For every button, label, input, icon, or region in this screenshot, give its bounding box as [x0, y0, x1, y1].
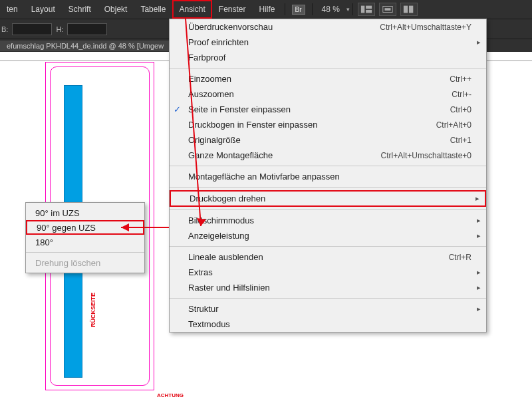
svg-rect-6: [409, 6, 413, 13]
width-field[interactable]: [12, 23, 52, 35]
check-icon: ✓: [174, 104, 181, 114]
menu-item-textmodus[interactable]: Textmodus: [170, 317, 486, 332]
menu-item-label: Anzeigeleistung: [188, 231, 249, 241]
druckbogen-drehen-submenu: 90° im UZS90° gegen UZS180°Drehung lösch…: [25, 202, 145, 273]
submenu-arrow-icon: ▸: [477, 38, 481, 47]
menu-item-bearbeiten-cut[interactable]: ten: [0, 0, 25, 19]
svg-rect-4: [384, 8, 390, 11]
bridge-button[interactable]: Br: [292, 5, 305, 15]
submenu-arrow-icon: ▸: [475, 194, 479, 203]
height-label: H:: [56, 25, 63, 33]
menu-item-hilfe[interactable]: Hilfe: [253, 0, 282, 19]
menu-item-struktur[interactable]: Struktur▸: [170, 301, 486, 317]
menu-item-label: Ganze Montagefläche: [188, 150, 273, 160]
submenu-item-label: 90° gegen UZS: [37, 223, 96, 233]
shortcut-label: Ctrl+-: [452, 90, 471, 99]
separator: [285, 3, 285, 15]
shortcut-label: Ctrl+Alt+Umschalttaste+Y: [380, 23, 471, 32]
menu-item-label: Bildschirmmodus: [188, 215, 254, 225]
submenu-arrow-icon: ▸: [477, 268, 481, 277]
submenu-item-label: 90° im UZS: [35, 208, 80, 218]
menu-item-label: Überdruckenvorschau: [188, 22, 273, 32]
submenu-item-drehung-l-schen: Drehung löschen: [26, 255, 144, 270]
menu-item-raster-und-hilfslinien[interactable]: Raster und Hilfslinien▸: [170, 280, 486, 295]
menu-item-label: Struktur: [188, 304, 219, 314]
submenu-item-label: Drehung löschen: [35, 258, 100, 268]
width-label: B:: [1, 25, 8, 33]
menu-item-label: Originalgröße: [188, 135, 241, 145]
submenu-item-label: 180°: [35, 237, 53, 247]
menubar: ten Layout Schrift Objekt Tabelle Ansich…: [0, 0, 532, 19]
rueckseite-label: RÜCKSEITE: [90, 293, 96, 327]
menu-item-label: Proof einrichten: [188, 37, 249, 47]
menu-item-label: Druckbogen drehen: [190, 194, 265, 203]
shortcut-label: Ctrl+Alt+0: [436, 120, 471, 130]
submenu-arrow-icon: ▸: [477, 305, 481, 313]
shortcut-label: Ctrl+1: [450, 136, 471, 145]
menu-item-label: Textmodus: [188, 319, 230, 329]
submenu-item-90-im-uzs[interactable]: 90° im UZS: [26, 205, 144, 220]
shortcut-label: Ctrl+Alt+Umschalttaste+0: [381, 151, 471, 160]
submenu-arrow-icon: ▸: [477, 283, 481, 292]
menu-item-objekt[interactable]: Objekt: [98, 0, 134, 19]
svg-rect-0: [361, 6, 364, 13]
menu-item-seite-in-fenster-einpassen[interactable]: ✓Seite in Fenster einpassenCtrl+0: [170, 102, 486, 117]
shortcut-label: Ctrl+R: [449, 253, 471, 262]
menu-item-druckbogen-drehen[interactable]: Druckbogen drehen▸: [170, 190, 486, 207]
svg-rect-1: [366, 6, 372, 9]
height-field[interactable]: [67, 23, 107, 35]
menu-item-label: Auszoomen: [188, 89, 234, 99]
svg-rect-2: [366, 10, 372, 13]
menu-item-proof-einrichten[interactable]: Proof einrichten▸: [170, 35, 486, 50]
menu-item-montagefl-che-an-motivfarbe-anpassen[interactable]: Montagefläche an Motivfarbe anpassen: [170, 169, 486, 184]
menu-item-farbproof[interactable]: Farbproof: [170, 50, 486, 65]
menu-item-tabelle[interactable]: Tabelle: [134, 0, 172, 19]
menu-item-label: Extras: [188, 267, 213, 277]
menu-item-label: Einzoomen: [188, 74, 231, 84]
zoom-percent[interactable]: 48 %: [322, 5, 340, 14]
ansicht-dropdown: ÜberdruckenvorschauCtrl+Alt+Umschalttast…: [169, 19, 487, 332]
shortcut-label: Ctrl+0: [450, 105, 471, 114]
menu-item-extras[interactable]: Extras▸: [170, 265, 486, 280]
submenu-arrow-icon: ▸: [477, 216, 481, 225]
menu-item-originalgr-e[interactable]: OriginalgrößeCtrl+1: [170, 132, 486, 148]
achtung-label: ACHTUNG: [157, 392, 184, 398]
menu-item-ansicht[interactable]: Ansicht: [172, 0, 211, 19]
menu-item-label: Raster und Hilfslinien: [188, 283, 270, 293]
menu-item-anzeigeleistung[interactable]: Anzeigeleistung▸: [170, 228, 486, 243]
menu-item-label: Druckbogen in Fenster einpassen: [188, 120, 317, 130]
menu-item-label: Montagefläche an Motivfarbe anpassen: [188, 172, 340, 182]
shortcut-label: Ctrl++: [450, 74, 471, 84]
chevron-down-icon[interactable]: ▾: [346, 6, 350, 13]
menu-item-auszoomen[interactable]: AuszoomenCtrl+-: [170, 86, 486, 102]
screen-mode-icon[interactable]: [379, 3, 396, 16]
menu-item--berdruckenvorschau[interactable]: ÜberdruckenvorschauCtrl+Alt+Umschalttast…: [170, 19, 486, 35]
menu-item-label: Seite in Fenster einpassen: [188, 104, 291, 114]
menu-item-lineale-ausblenden[interactable]: Lineale ausblendenCtrl+R: [170, 249, 486, 265]
arrange-icon[interactable]: [400, 3, 418, 16]
menu-item-label: Lineale ausblenden: [188, 252, 263, 262]
menu-item-bildschirmmodus[interactable]: Bildschirmmodus▸: [170, 213, 486, 228]
menu-item-schrift[interactable]: Schrift: [62, 0, 98, 19]
svg-rect-5: [404, 6, 408, 13]
menu-item-layout[interactable]: Layout: [25, 0, 62, 19]
submenu-item-90-gegen-uzs[interactable]: 90° gegen UZS: [26, 220, 144, 235]
submenu-item-180-[interactable]: 180°: [26, 235, 144, 249]
separator: [312, 3, 313, 15]
menu-item-druckbogen-in-fenster-einpassen[interactable]: Druckbogen in Fenster einpassenCtrl+Alt+…: [170, 117, 486, 132]
menu-item-label: Farbproof: [188, 53, 225, 63]
submenu-arrow-icon: ▸: [477, 231, 481, 240]
document-tab[interactable]: efumschlag PKHDL44_de.indd @ 48 % [Umgew: [0, 41, 170, 51]
menu-item-fenster[interactable]: Fenster: [212, 0, 253, 19]
view-options-icon[interactable]: [358, 3, 375, 16]
menu-item-einzoomen[interactable]: EinzoomenCtrl++: [170, 71, 486, 86]
separator: [352, 3, 353, 15]
menu-item-ganze-montagefl-che[interactable]: Ganze MontageflächeCtrl+Alt+Umschalttast…: [170, 148, 486, 163]
